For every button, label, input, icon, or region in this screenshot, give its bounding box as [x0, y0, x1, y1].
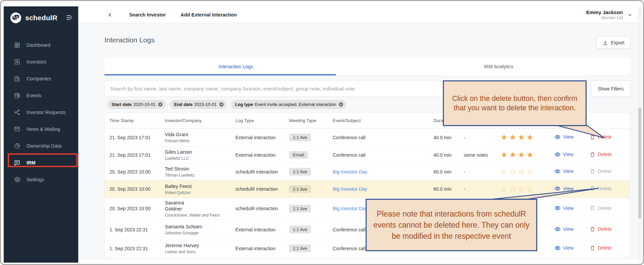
event-subject-text: Conference call	[333, 246, 365, 251]
company-name: Cruickshank, Walter and Feest	[165, 213, 227, 218]
sidebar-item-companies[interactable]: Companies	[4, 70, 78, 87]
sidebar-item-label: Companies	[27, 76, 51, 81]
mail-icon	[14, 126, 20, 132]
view-button[interactable]: View	[554, 226, 573, 232]
sidebar-item-label: IRM	[27, 160, 36, 165]
delete-button[interactable]: Delete	[590, 245, 612, 251]
trash-icon	[590, 205, 595, 211]
company-name: Johnston-Schuppe	[165, 231, 227, 235]
back-button[interactable]	[106, 10, 114, 19]
event-subject-link: Big Investor Day	[333, 206, 433, 211]
trash-icon	[590, 226, 595, 232]
show-filters-button[interactable]: Show Filters	[591, 80, 631, 97]
sidebar-item-investor-requests[interactable]: Investor Requests	[4, 104, 78, 121]
view-button[interactable]: View	[554, 245, 573, 251]
star-icon: ★	[526, 150, 535, 159]
sidebar-item-settings[interactable]: Settings	[4, 171, 78, 188]
sidebar-item-news-mailing[interactable]: News & Mailing	[4, 121, 78, 138]
table-row[interactable]: 21. Sep 2023 17:01Giles LarsonLueilwitz …	[105, 147, 630, 163]
notes-cell: some notes	[464, 152, 501, 158]
meeting-type-cell: 1:1 live	[289, 185, 333, 193]
company-name: Ledner and Sons	[165, 250, 227, 254]
duration-cell: 40.0 min	[433, 135, 464, 140]
investor-cell: Giles LarsonLueilwitz LLC	[165, 149, 235, 161]
filter-chip[interactable]: Start date2020-10-01	[107, 100, 166, 109]
event-subject-text[interactable]: Big Investor Day	[333, 169, 367, 175]
meeting-type-cell: 1:1 live	[289, 226, 333, 233]
tab-interaction-logs[interactable]: Interaction Logs	[104, 58, 367, 75]
filter-chip[interactable]: End date2023-10-01	[170, 100, 226, 109]
vertical-scrollbar[interactable]	[638, 7, 642, 260]
table-row[interactable]: 20. Sep 2023 10:00Savanna GoldnerCruicks…	[105, 198, 630, 219]
table-row[interactable]: 20. Sep 2023 10:00Bailey FeestRobel-Quit…	[105, 180, 630, 198]
export-button[interactable]: Export	[596, 37, 631, 49]
view-button[interactable]: View	[554, 168, 573, 175]
sidebar-item-events[interactable]: Events	[4, 87, 78, 104]
view-button[interactable]: View	[554, 185, 573, 192]
delete-button[interactable]: Delete	[590, 152, 612, 157]
event-subject-cell: Conference call	[333, 227, 433, 232]
building-icon	[14, 75, 20, 82]
delete-button: Delete	[590, 186, 612, 191]
view-cell: View	[554, 151, 590, 159]
chip-remove-icon[interactable]	[219, 102, 224, 107]
table-header-row: Time StampInvestor/CompanyLog TypeMeetin…	[105, 113, 630, 128]
sidebar-item-ownership-data[interactable]: Ownership Data	[4, 138, 78, 154]
sidebar-header: schedulR	[4, 6, 78, 27]
table-row[interactable]: 1. Sep 2023 22:31Jeremie HarveyLedner an…	[105, 240, 630, 257]
user-menu[interactable]: Emmy Jackson Bernier Ltd	[586, 9, 633, 20]
event-subject-text[interactable]: Big Investor Day	[333, 206, 367, 211]
menu-toggle-icon[interactable]	[65, 13, 74, 23]
view-cell: View	[554, 134, 590, 141]
search-input[interactable]	[105, 81, 584, 97]
chip-remove-icon[interactable]	[338, 102, 344, 107]
duration-cell: 40.0 min	[433, 152, 464, 158]
view-button[interactable]: View	[554, 134, 573, 140]
sidebar: schedulR DashboardInvestorsCompaniesEven…	[4, 6, 78, 263]
trash-icon	[590, 168, 595, 174]
timestamp-cell: 20. Sep 2023 10:00	[109, 186, 165, 192]
window-frame: schedulR DashboardInvestorsCompaniesEven…	[0, 0, 644, 265]
event-subject-text[interactable]: Big Investor Day	[333, 186, 367, 192]
view-button[interactable]: View	[554, 151, 573, 158]
delete-cell: Delete	[590, 205, 627, 212]
timestamp-cell: 20. Sep 2023 10:00	[109, 169, 165, 175]
sidebar-item-dashboard[interactable]: Dashboard	[4, 37, 78, 53]
chip-remove-icon[interactable]	[157, 102, 163, 107]
eye-icon	[554, 134, 561, 140]
nav-search-investor[interactable]: Search Investor	[129, 12, 166, 17]
investor-cell: Vida GrantFriesen-Mertz	[165, 131, 235, 143]
delete-button[interactable]: Delete	[590, 134, 612, 140]
schedulr-logo	[10, 12, 22, 24]
company-name: Tillman-Lueilwitz	[165, 173, 227, 178]
table-row[interactable]: 1. Sep 2023 22:31Samanta SchoenJohnston-…	[105, 219, 630, 240]
timestamp-cell: 21. Sep 2023 17:01	[109, 135, 165, 140]
meeting-type-chip: 1:1 live	[289, 134, 311, 141]
trash-icon	[590, 245, 595, 251]
table-row[interactable]: 20. Sep 2023 10:00Ted StrosinTillman-Lue…	[105, 163, 630, 180]
trash-icon	[590, 152, 595, 157]
filter-chip-value: 2020-10-01	[133, 102, 156, 107]
tab-irm-analytics[interactable]: IRM Analytics	[367, 58, 630, 75]
investor-name: Ted Strosin	[165, 166, 202, 172]
scrollbar-thumb[interactable]	[638, 108, 641, 219]
tab-bar: Interaction Logs IRM Analytics	[104, 58, 630, 75]
delete-button[interactable]: Delete	[590, 226, 612, 232]
chat-icon	[14, 159, 20, 166]
calendar-icon	[14, 92, 20, 99]
gear-icon	[14, 176, 20, 183]
nav-add-external-interaction[interactable]: Add External Interaction	[181, 12, 237, 17]
event-subject-link: Big Investor Day	[333, 186, 433, 192]
log-type-cell: schedulR interaction	[235, 186, 289, 192]
star-icon: ☆	[526, 167, 535, 176]
sidebar-item-investors[interactable]: Investors	[4, 53, 78, 70]
user-name: Emmy Jackson	[586, 9, 623, 15]
view-button[interactable]: View	[554, 205, 573, 211]
filter-chip-label: End date	[174, 102, 192, 107]
star-icon: ☆	[501, 185, 509, 193]
filter-chip[interactable]: Log typeEvent invite accepted, External …	[231, 100, 346, 109]
eye-icon	[554, 205, 561, 211]
table-row[interactable]: 21. Sep 2023 17:01Vida GrantFriesen-Mert…	[105, 128, 630, 147]
sidebar-item-irm[interactable]: IRM	[4, 154, 78, 171]
view-cell: View	[554, 205, 590, 212]
